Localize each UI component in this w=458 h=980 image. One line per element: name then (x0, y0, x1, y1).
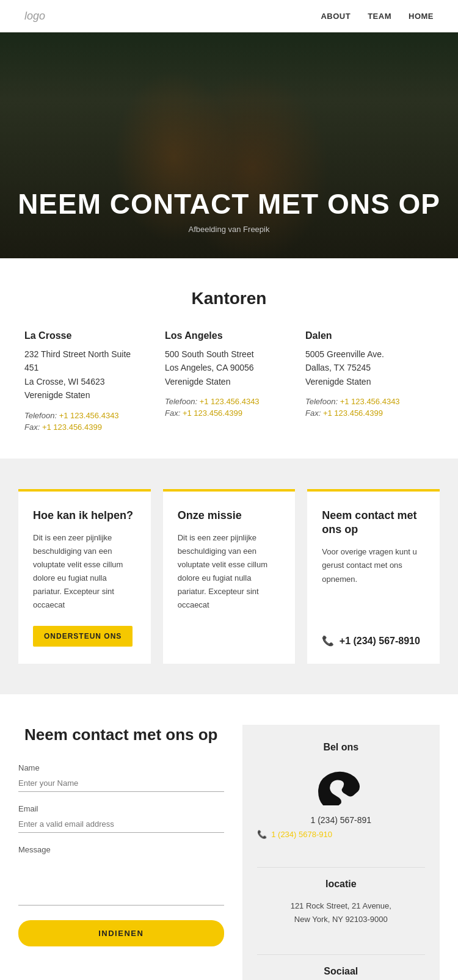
hero-content: NEEM CONTACT MET ONS OP Afbeelding van F… (5, 189, 453, 234)
divider-1 (257, 867, 425, 868)
office-fax-1: Fax: +1 123.456.4399 (165, 408, 281, 418)
info-card-2: Neem contact met ons op Voor overige vra… (307, 489, 440, 664)
info-card-title-2: Neem contact met ons op (322, 509, 425, 537)
logo: logo (24, 10, 45, 23)
form-group-name: Name (18, 763, 224, 792)
phone-icon-small: 📞 (257, 830, 267, 839)
office-phone-link-0[interactable]: +1 123.456.4343 (59, 411, 119, 420)
info-card-1: Onze missie Dit is een zeer pijnlijke be… (163, 489, 296, 664)
locatie-title: locatie (257, 879, 425, 890)
info-card-0: Hoe kan ik helpen? Dit is een zeer pijnl… (18, 489, 151, 664)
info-card-text-0: Dit is een zeer pijnlijke beschuldiging … (33, 531, 136, 612)
bel-ons-title: Bel ons (257, 742, 425, 753)
phone-number-1: 1 (234) 567-891 (257, 815, 425, 825)
kantoren-title: Kantoren (24, 289, 434, 308)
info-card-text-1: Dit is een zeer pijnlijke beschuldiging … (178, 531, 281, 647)
office-fax-2: Fax: +1 123.456.4399 (305, 408, 421, 418)
contact-form-title: Neem contact met ons op (18, 725, 224, 746)
form-label-name: Name (18, 763, 224, 772)
info-card-text-2: Voor overige vragen kunt u gerust contac… (322, 545, 425, 626)
hero-section: NEEM CONTACT MET ONS OP Afbeelding van F… (0, 32, 458, 258)
kantoren-grid: La Crosse 232 Third Street North Suite 4… (24, 330, 434, 434)
hero-title: NEEM CONTACT MET ONS OP (5, 189, 453, 220)
kantoren-section: Kantoren La Crosse 232 Third Street Nort… (0, 258, 458, 459)
nav-about[interactable]: ABOUT (321, 12, 351, 21)
sociaal-title: Sociaal (257, 966, 425, 977)
office-phone-0: Telefoon: +1 123.456.4343 (24, 411, 140, 420)
office-address-2: 5005 Greenville Ave.Dallas, TX 75245Vere… (305, 347, 421, 388)
hero-subtitle: Afbeelding van Freepik (5, 225, 453, 234)
divider-2 (257, 954, 425, 955)
nav-home[interactable]: HOME (409, 12, 434, 21)
main-nav: ABOUT TEAM HOME (321, 12, 434, 21)
office-fax-0: Fax: +1 123.456.4399 (24, 423, 140, 432)
form-label-email: Email (18, 804, 224, 813)
contact-form-col: Neem contact met ons op Name Email Messa… (18, 725, 224, 980)
email-input[interactable] (18, 816, 224, 833)
office-fax-link-2[interactable]: +1 123.456.4399 (323, 408, 383, 418)
info-card-phone: 📞 +1 (234) 567-8910 (322, 635, 425, 647)
phone-handset-icon (304, 763, 377, 805)
contact-info-col: Bel ons 1 (234) 567-891 📞 1 (234) 5678-9… (242, 725, 440, 980)
submit-button[interactable]: INDIENEN (18, 920, 224, 946)
contact-section: Neem contact met ons op Name Email Messa… (0, 694, 458, 980)
bel-ons-block: Bel ons 1 (234) 567-891 📞 1 (234) 5678-9… (257, 742, 425, 839)
office-la-crosse: La Crosse 232 Third Street North Suite 4… (24, 330, 153, 434)
sociaal-block: Sociaal (257, 966, 425, 980)
office-dalen: Dalen 5005 Greenville Ave.Dallas, TX 752… (293, 330, 434, 434)
office-phone-2: Telefoon: +1 123.456.4343 (305, 397, 421, 406)
office-fax-link-1[interactable]: +1 123.456.4399 (183, 408, 242, 418)
office-phone-1: Telefoon: +1 123.456.4343 (165, 397, 281, 406)
office-fax-link-0[interactable]: +1 123.456.4399 (42, 423, 102, 432)
office-los-angeles: Los Angeles 500 South South StreetLos An… (153, 330, 293, 434)
support-button[interactable]: ONDERSTEUN ONS (33, 626, 133, 647)
office-address-1: 500 South South StreetLos Angeles, CA 90… (165, 347, 281, 388)
locatie-block: locatie 121 Rock Street, 21 Avenue,New Y… (257, 879, 425, 926)
office-name-2: Dalen (305, 330, 421, 341)
office-phone-link-1[interactable]: +1 123.456.4343 (200, 397, 260, 406)
form-group-email: Email (18, 804, 224, 833)
location-address: 121 Rock Street, 21 Avenue,New York, NY … (257, 899, 425, 926)
name-input[interactable] (18, 775, 224, 792)
nav-team[interactable]: TEAM (368, 12, 391, 21)
form-label-message: Message (18, 845, 224, 854)
office-name-0: La Crosse (24, 330, 140, 341)
office-name-1: Los Angeles (165, 330, 281, 341)
info-card-title-1: Onze missie (178, 509, 281, 523)
form-group-message: Message (18, 845, 224, 908)
office-phone-link-2[interactable]: +1 123.456.4343 (340, 397, 400, 406)
office-address-0: 232 Third Street North Suite 451La Cross… (24, 347, 140, 402)
phone-number-2: 📞 1 (234) 5678-910 (257, 830, 425, 839)
info-card-title-0: Hoe kan ik helpen? (33, 509, 136, 523)
header: logo ABOUT TEAM HOME (0, 0, 458, 32)
info-section: Hoe kan ik helpen? Dit is een zeer pijnl… (0, 459, 458, 694)
phone-icon: 📞 (322, 636, 334, 646)
message-input[interactable] (18, 857, 224, 906)
info-grid: Hoe kan ik helpen? Dit is een zeer pijnl… (18, 489, 440, 664)
